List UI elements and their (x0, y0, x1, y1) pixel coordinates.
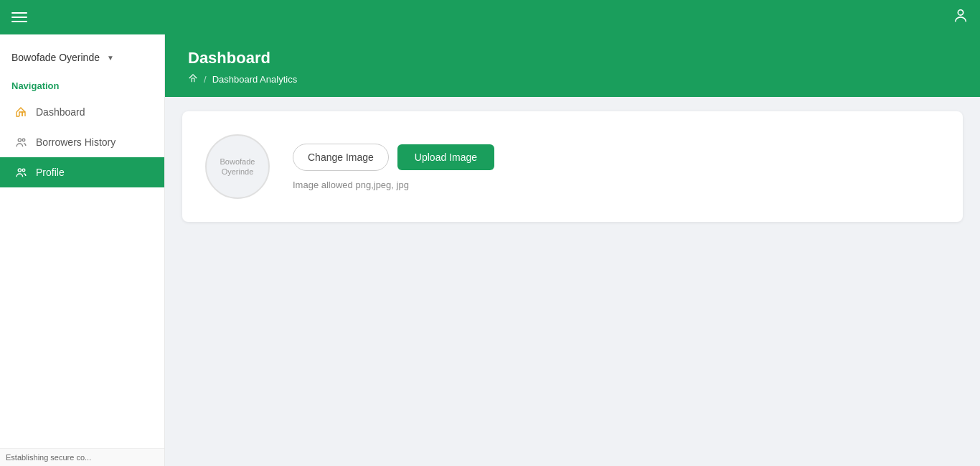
sidebar-item-borrowers-history[interactable]: Borrowers History (0, 127, 164, 157)
profile-card: Bowofade Oyerinde Change Image Upload Im… (182, 111, 963, 222)
breadcrumb-home-icon[interactable] (188, 73, 198, 85)
svg-point-4 (22, 169, 25, 172)
svg-point-3 (18, 168, 21, 171)
avatar-text: Bowofade Oyerinde (217, 154, 258, 180)
sidebar-user-name: Bowofade Oyerinde (11, 52, 100, 63)
sidebar-item-dashboard[interactable]: Dashboard (0, 97, 164, 127)
page-header: Dashboard / Dashboard Analytics (165, 34, 980, 97)
sidebar-profile-label: Profile (36, 167, 65, 178)
svg-point-0 (958, 9, 963, 14)
image-hint: Image allowed png,jpeg, jpg (293, 180, 494, 190)
avatar: Bowofade Oyerinde (205, 134, 270, 199)
sidebar-dashboard-label: Dashboard (36, 106, 85, 118)
user-top-icon[interactable] (953, 8, 969, 27)
hamburger-button[interactable] (11, 12, 27, 22)
sidebar-borrowers-label: Borrowers History (36, 136, 116, 148)
svg-point-1 (18, 138, 21, 141)
breadcrumb-current: Dashboard Analytics (212, 74, 298, 85)
status-text: Establishing secure co... (6, 453, 91, 462)
top-bar (0, 0, 980, 34)
nav-section-label: Navigation (0, 75, 164, 97)
image-buttons: Change Image Upload Image (293, 144, 494, 171)
breadcrumb: / Dashboard Analytics (188, 73, 957, 85)
main-content: Dashboard / Dashboard Analytics Bowofad (165, 34, 980, 466)
image-actions: Change Image Upload Image Image allowed … (293, 144, 494, 190)
layout: Bowofade Oyerinde ▼ Navigation Dashboard (0, 34, 980, 466)
sidebar-user[interactable]: Bowofade Oyerinde ▼ (0, 34, 164, 75)
home-icon (14, 106, 27, 118)
change-image-button[interactable]: Change Image (293, 144, 389, 171)
status-bar: Establishing secure co... (0, 448, 164, 466)
page-title: Dashboard (188, 49, 957, 67)
content-area: Bowofade Oyerinde Change Image Upload Im… (165, 97, 980, 466)
upload-image-button[interactable]: Upload Image (397, 144, 494, 170)
sidebar-user-arrow: ▼ (107, 54, 114, 62)
people-icon (14, 136, 27, 149)
svg-point-2 (22, 139, 25, 141)
sidebar-item-profile[interactable]: Profile (0, 157, 164, 187)
profile-icon (14, 166, 27, 179)
breadcrumb-separator: / (204, 74, 207, 85)
sidebar: Bowofade Oyerinde ▼ Navigation Dashboard (0, 34, 165, 466)
